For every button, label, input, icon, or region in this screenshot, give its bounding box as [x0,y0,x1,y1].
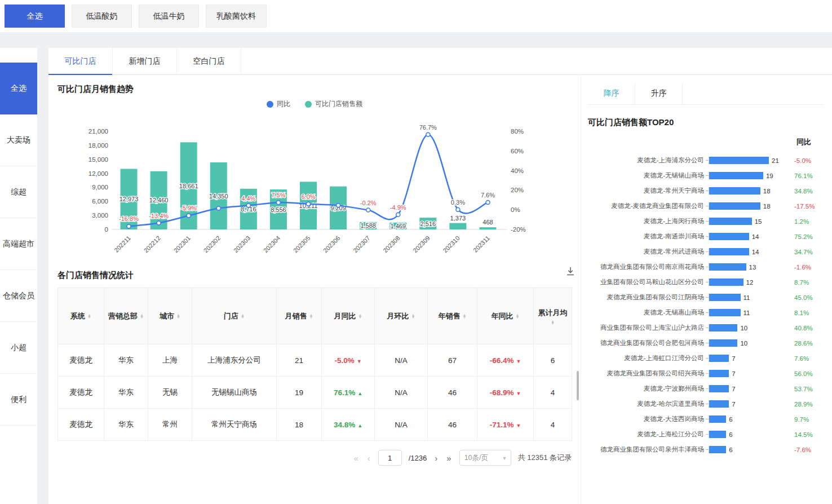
svg-text:4.4%: 4.4% [241,195,255,202]
legend-item-0[interactable]: 同比 [267,99,290,109]
arrow-up-icon: ▲ [357,423,362,428]
svg-text:-5.9%: -5.9% [180,205,197,211]
table-sort-header-8[interactable]: 年同比▲▼ [477,288,534,344]
table-cell: 18 [277,409,322,441]
sort-icon[interactable]: ▲▼ [87,314,91,319]
svg-text:-13.4%: -13.4% [149,213,169,219]
svg-text:202303: 202303 [232,235,251,254]
table-cell: 21 [277,344,322,377]
column-header-label: 月环比 [387,311,409,321]
cell-value: N/A [395,421,408,429]
table-cell: N/A [375,344,428,377]
sort-icon[interactable]: ▲▼ [309,314,313,319]
sidebar-item-3[interactable]: 高端超市 [0,218,37,270]
top20-bar-zone: 11 [709,294,793,301]
cell-value: 19 [295,388,303,397]
top20-chart: 麦德龙-上海浦东分公司21-5.0%麦德龙-无锡锡山商场1976.1%麦德龙-常… [588,153,824,457]
svg-text:8,556: 8,556 [271,206,286,213]
pagination-last-button[interactable]: » [445,453,452,463]
top20-bar-zone: 13 [709,263,793,271]
sidebar-item-2[interactable]: 综超 [0,166,37,218]
top20-bar [709,385,729,392]
sidebar-item-1[interactable]: 大卖场 [0,114,37,166]
sort-icon[interactable]: ▲▼ [359,314,362,319]
pagination-next-button[interactable]: › [433,453,439,463]
column-header: 营销总部▲▼ [107,311,145,321]
sort-icon[interactable]: ▲▼ [516,314,520,319]
filter-tab-3[interactable]: 乳酸菌饮料 [206,5,267,28]
sort-tab-1[interactable]: 升序 [635,83,683,104]
line-point-202304 [276,201,280,205]
top20-bar [709,248,749,255]
cell-value: 华东 [118,356,134,364]
filter-tab-1[interactable]: 低温酸奶 [72,5,132,28]
top20-label: 麦德龙-哈尔滨道里商场 [588,400,704,408]
table-sort-header-6[interactable]: 月环比▲▼ [375,288,428,344]
trend-and-table-section: 可比门店月销售趋势 同比可比门店销售额 03,0006,0009,00012,0… [48,75,581,504]
table-sort-header-5[interactable]: 月同比▲▼ [322,288,375,344]
table-sort-header-0[interactable]: 系统▲▼ [58,288,104,344]
top20-yoy-value: 14.5% [794,431,824,438]
store-type-tab-1[interactable]: 新增门店 [113,48,177,74]
store-type-tab-0[interactable]: 可比门店 [48,48,113,74]
table-sort-header-1[interactable]: 营销总部▲▼ [104,288,148,344]
top20-value: 10 [740,325,747,331]
cell-value: 4 [551,421,555,429]
sidebar-item-0[interactable]: 全选 [0,63,37,114]
table-row-2: 麦德龙华东常州常州天宁商场1834.8%▲N/A46-71.1%▼4 [58,409,572,441]
download-icon[interactable] [565,266,576,278]
page-size-select[interactable]: 10条/页 ▾ [459,450,511,466]
svg-text:76.7%: 76.7% [419,124,437,131]
sidebar-item-4[interactable]: 仓储会员 [0,270,37,322]
top20-bar [709,415,726,423]
top20-row-5: 麦德龙-南通崇川商场1475.2% [588,229,824,244]
top20-value: 10 [740,340,747,347]
column-header-label: 年销售 [439,311,461,321]
sort-icon[interactable]: ▲▼ [140,314,144,319]
top20-row-0: 麦德龙-上海浦东分公司21-5.0% [588,153,824,168]
pagination-first-button[interactable]: « [352,453,359,463]
table-sort-header-9[interactable]: 累计月均▲▼ [534,288,572,344]
sort-icon[interactable]: ▲▼ [241,314,245,319]
top20-row-17: 麦德龙-大连西岗商场69.7% [588,412,824,427]
cell-value: N/A [395,356,408,365]
sort-tab-0[interactable]: 降序 [588,83,635,104]
table-sort-header-2[interactable]: 城市▲▼ [148,288,192,344]
top20-label: 麦德龙-上海浦东分公司 [588,156,704,165]
svg-text:20%: 20% [511,187,524,193]
legend-item-1[interactable]: 可比门店销售额 [305,99,362,109]
store-type-tab-2[interactable]: 空白门店 [177,48,241,74]
filter-tab-0[interactable]: 全选 [5,5,65,28]
table-cell: 麦德龙 [58,409,104,441]
top20-row-9: 麦德龙商业集团有限公司江阴商场1145.0% [588,290,824,305]
table-scrollbar[interactable] [577,371,579,400]
top20-value: 7 [732,386,735,392]
bar-202311 [479,227,496,229]
top20-yoy-value: 7.6% [794,355,824,362]
line-point-202310 [456,207,460,211]
sidebar-item-5[interactable]: 小超 [0,322,37,374]
sort-icon[interactable]: ▲▼ [463,314,467,319]
sort-icon[interactable]: ▲▼ [411,314,415,319]
filter-tab-2[interactable]: 低温牛奶 [139,5,199,28]
cell-value: -66.4% [490,356,514,365]
table-sort-header-7[interactable]: 年销售▲▼ [428,288,477,344]
sidebar-item-6[interactable]: 便利 [0,374,37,426]
svg-text:6.0%: 6.0% [301,193,315,200]
table-sort-header-4[interactable]: 月销售▲▼ [277,288,322,344]
table-cell: -68.9%▼ [477,377,534,409]
page-input[interactable]: 1 [378,450,402,466]
top20-value: 19 [766,173,773,179]
page-size-value: 10条/页 [464,453,488,463]
sort-icon[interactable]: ▲▼ [551,320,555,325]
top20-value: 7 [732,370,735,377]
table-cell: 67 [428,344,477,377]
pagination-prev-button[interactable]: ‹ [366,453,371,463]
top20-label: 麦德龙-麦德龙商业集团有限公司 [588,202,704,210]
dashboard-card: 可比门店新增门店空白门店 可比门店月销售趋势 同比可比门店销售额 03,0006… [48,48,832,504]
table-sort-header-3[interactable]: 门店▲▼ [192,288,277,344]
table-cell: 46 [428,409,477,441]
svg-text:12,000: 12,000 [88,170,108,177]
cell-value: 21 [295,356,303,365]
sort-icon[interactable]: ▲▼ [176,314,180,319]
